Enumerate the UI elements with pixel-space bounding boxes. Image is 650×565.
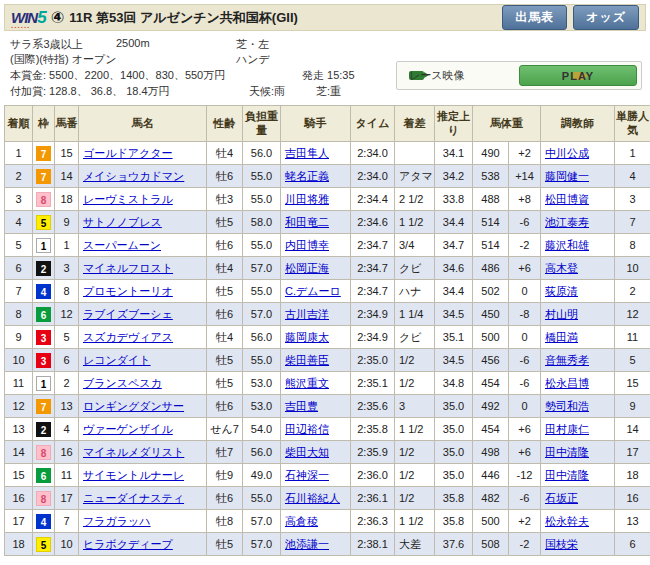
horse-link[interactable]: サイモントルナーレ <box>83 469 184 481</box>
horse-link[interactable]: スーパームーン <box>83 239 161 251</box>
frame-number-badge: 7 <box>36 399 51 414</box>
trainer-link[interactable]: 国枝栄 <box>545 538 578 550</box>
horse-link[interactable]: サトノノブレス <box>83 216 162 228</box>
jockey-link[interactable]: 内田博幸 <box>285 239 329 251</box>
trainer-link[interactable]: 中川公成 <box>545 147 589 159</box>
jockey-link[interactable]: 石神深一 <box>285 469 329 481</box>
trainer-link[interactable]: 高木登 <box>545 262 578 274</box>
frame-number-badge: 6 <box>36 307 51 322</box>
weight-diff-cell: -6 <box>509 211 541 234</box>
weight-cell: 58.0 <box>243 211 281 234</box>
jockey-link[interactable]: 和田竜二 <box>285 216 329 228</box>
win5-race-number: ④ <box>51 8 65 27</box>
jockey-link[interactable]: 柴田大知 <box>285 446 329 458</box>
table-row: 7 4 8 プロモントーリオ 牡5 55.0 C.デムーロ 2:34.7 ハナ … <box>5 280 650 303</box>
trainer-link[interactable]: 石坂正 <box>545 492 578 504</box>
sex-age-cell: 牡4 <box>207 257 243 280</box>
weight-diff-cell: +2 <box>509 510 541 533</box>
table-row: 18 5 10 ヒラボクディープ 牡5 57.0 池添謙一 2:38.1 大差 … <box>5 533 650 556</box>
horse-link[interactable]: ヒラボクディープ <box>83 538 173 550</box>
horse-link[interactable]: ロンギングダンサー <box>83 400 184 412</box>
entries-button[interactable]: 出馬表 <box>502 5 567 30</box>
sex-age-cell: 牡5 <box>207 211 243 234</box>
popularity-cell: 18 <box>615 464 650 487</box>
rank-cell: 12 <box>5 395 33 418</box>
trainer-link[interactable]: 松永昌博 <box>545 377 589 389</box>
horse-number-cell: 10 <box>55 533 79 556</box>
play-button-label: PLAY <box>562 70 594 82</box>
horse-link[interactable]: マイネルメダリスト <box>83 446 184 458</box>
trainer-link[interactable]: 橋田満 <box>545 331 578 343</box>
horse-link[interactable]: ニューダイナスティ <box>83 492 184 504</box>
jockey-link[interactable]: 熊沢重文 <box>285 377 329 389</box>
weight-cell: 55.0 <box>243 234 281 257</box>
trainer-link[interactable]: 村山明 <box>545 308 578 320</box>
jockey-cell: 石川裕紀人 <box>281 487 351 510</box>
page-title: 11R 第53回 アルゼンチン共和国杯(GII) <box>69 9 298 27</box>
horse-number-cell: 7 <box>55 510 79 533</box>
jockey-link[interactable]: 柴田善臣 <box>285 354 329 366</box>
rank-cell: 16 <box>5 487 33 510</box>
race-info-section: サラ系3歳以上 2500m 芝・左 (国際)(特指) オープン ハンデ 本賞金:… <box>4 31 646 99</box>
waku-cell: 4 <box>33 510 55 533</box>
horse-link[interactable]: メイショウカドマン <box>83 170 184 182</box>
trainer-link[interactable]: 松永幹夫 <box>545 515 589 527</box>
trainer-link[interactable]: 音無秀孝 <box>545 354 589 366</box>
trainer-link[interactable]: 池江泰寿 <box>545 216 589 228</box>
last3f-cell: 34.7 <box>435 234 473 257</box>
last3f-cell: 35.1 <box>435 326 473 349</box>
horse-link[interactable]: ラブイズブーシェ <box>83 308 173 320</box>
jockey-link[interactable]: 松岡正海 <box>285 262 329 274</box>
odds-button[interactable]: オッズ <box>573 5 639 30</box>
trainer-cell: 橋田満 <box>541 326 615 349</box>
jockey-link[interactable]: 吉田隼人 <box>285 147 329 159</box>
time-cell: 2:35.6 <box>351 395 395 418</box>
horse-name-cell: スーパームーン <box>79 234 207 257</box>
trainer-link[interactable]: 藤沢和雄 <box>545 239 589 251</box>
trainer-link[interactable]: 田村康仁 <box>545 423 589 435</box>
weight-diff-cell: -8 <box>509 303 541 326</box>
horse-link[interactable]: レーヴミストラル <box>83 193 173 205</box>
jockey-link[interactable]: 高倉稜 <box>285 515 318 527</box>
frame-number-badge: 1 <box>36 238 51 253</box>
body-weight-cell: 508 <box>473 533 509 556</box>
table-row: 11 1 2 ブランスペスカ 牡5 53.0 熊沢重文 2:35.1 1/2 3… <box>5 372 650 395</box>
sex-age-cell: 牡5 <box>207 372 243 395</box>
jockey-link[interactable]: 石川裕紀人 <box>285 492 340 504</box>
horse-link[interactable]: ブランスペスカ <box>83 377 162 389</box>
play-button[interactable]: PLAY <box>519 65 637 86</box>
popularity-cell: 5 <box>615 349 650 372</box>
jockey-link[interactable]: 田辺裕信 <box>285 423 329 435</box>
table-row: 2 7 14 メイショウカドマン 牡6 55.0 蛯名正義 2:34.0 アタマ… <box>5 165 650 188</box>
horse-link[interactable]: ヴァーゲンザイル <box>83 423 173 435</box>
trainer-link[interactable]: 勢司和浩 <box>545 400 589 412</box>
jockey-link[interactable]: 藤岡康太 <box>285 331 329 343</box>
trainer-link[interactable]: 田中清隆 <box>545 469 589 481</box>
horse-link[interactable]: プロモントーリオ <box>83 285 173 297</box>
body-weight-cell: 500 <box>473 510 509 533</box>
horse-link[interactable]: レコンダイト <box>83 354 151 366</box>
jockey-link[interactable]: 古川吉洋 <box>285 308 329 320</box>
weight-cell: 57.0 <box>243 257 281 280</box>
jockey-link[interactable]: 川田将雅 <box>285 193 329 205</box>
jockey-link[interactable]: C.デムーロ <box>285 285 341 297</box>
trainer-link[interactable]: 荻原清 <box>545 285 578 297</box>
horse-link[interactable]: マイネルフロスト <box>83 262 173 274</box>
horse-link[interactable]: ゴールドアクター <box>83 147 173 159</box>
jockey-cell: 柴田善臣 <box>281 349 351 372</box>
jockey-link[interactable]: 吉田豊 <box>285 400 318 412</box>
horse-link[interactable]: スズカデヴィアス <box>83 331 173 343</box>
frame-number-badge: 5 <box>36 537 51 552</box>
trainer-link[interactable]: 田中清隆 <box>545 446 589 458</box>
trainer-link[interactable]: 藤岡健一 <box>545 170 589 182</box>
waku-cell: 2 <box>33 257 55 280</box>
jockey-link[interactable]: 池添謙一 <box>285 538 329 550</box>
horse-link[interactable]: フラガラッハ <box>83 515 151 527</box>
time-cell: 2:34.7 <box>351 257 395 280</box>
jockey-cell: 内田博幸 <box>281 234 351 257</box>
jockey-link[interactable]: 蛯名正義 <box>285 170 329 182</box>
trainer-cell: 藤沢和雄 <box>541 234 615 257</box>
rank-cell: 9 <box>5 326 33 349</box>
trainer-link[interactable]: 松田博資 <box>545 193 589 205</box>
time-cell: 2:34.7 <box>351 234 395 257</box>
